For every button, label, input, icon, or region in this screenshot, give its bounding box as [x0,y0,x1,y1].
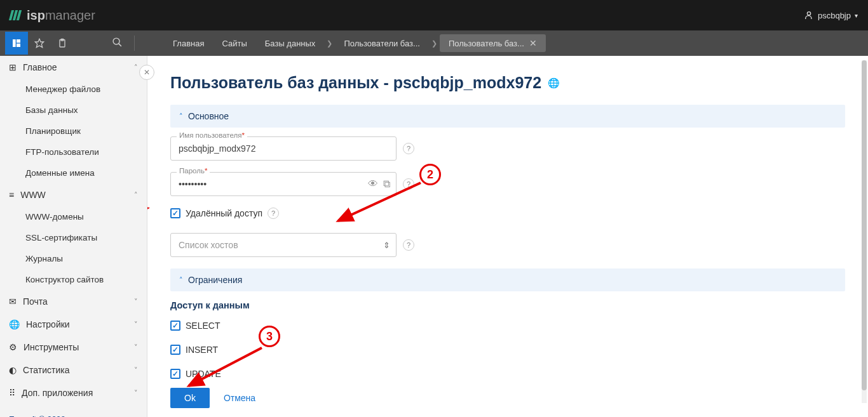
perm-insert-checkbox[interactable]: ✓ [170,345,180,355]
gear-icon: ⚙ [9,342,17,352]
sidebar-item-databases[interactable]: Базы данных [0,100,147,121]
sidebar-group-label: Почта [23,296,48,307]
perm-label: SELECT [186,321,220,331]
breadcrumb-current-label: Пользователь баз... [449,39,524,48]
updown-icon[interactable]: ⇕ [383,241,390,250]
hosts-input[interactable] [170,233,397,257]
clipboard-icon[interactable] [51,32,74,55]
sidebar-item-domains[interactable]: Доменные имена [0,162,147,183]
sidebar-group-apps[interactable]: ⠿Доп. приложения ˅ [0,381,147,404]
chevron-down-icon: ˅ [134,343,138,352]
sidebar-group-label: Настройки [26,319,70,329]
section-title: Ограничения [188,275,242,285]
help-icon[interactable]: ? [403,239,414,251]
chevron-down-icon: ▾ [855,12,858,19]
help-icon[interactable]: ? [268,208,279,219]
logo: ispmanager [10,8,95,23]
close-icon[interactable]: ✕ [529,38,537,48]
breadcrumb-home[interactable]: Главная [164,35,213,52]
data-access-heading: Доступ к данным [170,300,845,310]
sidebar-item-sitebuilder[interactable]: Конструктор сайтов [0,269,147,290]
sliders-icon: ≡ [9,190,14,200]
section-header-limits[interactable]: ˄ Ограничения [170,268,845,291]
sidebar-group-main[interactable]: ⊞Главное ˄ [0,56,147,79]
sidebar-group-label: WWW [20,190,46,200]
mail-icon: ✉ [9,296,17,307]
annotation-marker-2: 2 [419,164,441,185]
chevron-up-icon: ˄ [179,276,183,284]
svg-line-10 [338,183,421,221]
logo-isp: isp [27,8,45,22]
annotation-marker-3: 3 [259,326,280,347]
sidebar-group-label: Главное [23,62,57,72]
user-icon [804,10,814,20]
pie-icon: ◐ [9,365,17,375]
sidebar-group-www[interactable]: ≡WWW ˄ [0,183,147,206]
chevron-down-icon: ˅ [134,298,138,306]
perm-select-checkbox[interactable]: ✓ [170,321,180,331]
panel-icon[interactable] [5,32,28,55]
chevron-down-icon: ˅ [134,366,138,374]
section-title: Основное [188,111,229,121]
sidebar-group-label: Доп. приложения [22,388,93,398]
svg-rect-3 [17,44,20,47]
remote-access-label: Удалённый доступ [186,208,262,218]
globe-icon: 🌐 [9,319,20,329]
breadcrumbs: Главная Сайты Базы данных ❯ Пользователи… [164,34,546,52]
search-icon[interactable] [112,37,123,50]
sidebar-group-settings[interactable]: 🌐Настройки ˅ [0,313,147,336]
perm-update-checkbox[interactable]: ✓ [170,369,180,379]
apps-icon: ⠿ [9,388,15,398]
globe-network-icon: 🌐 [548,77,560,89]
chevron-up-icon: ˄ [134,191,138,199]
dashboard-icon: ⊞ [9,62,17,72]
sidebar-group-stats[interactable]: ◐Статистика ˅ [0,359,147,381]
chevron-down-icon: ˅ [134,389,138,397]
annotation-arrow-3 [182,345,271,398]
svg-rect-1 [13,39,16,47]
sidebar-item-wwwdomains[interactable]: WWW-домены [0,206,147,227]
content-area: Пользователь баз данных - pscbqbjp_modx9… [147,56,868,417]
breadcrumb-dbusers[interactable]: Пользователи баз... [335,35,429,52]
svg-line-11 [189,348,262,386]
sidebar-group-label: Инструменты [24,342,79,352]
annotation-arrow-2 [332,183,427,236]
sidebar-item-logs[interactable]: Журналы [0,248,147,269]
chevron-down-icon: ˅ [134,321,138,329]
chevron-up-icon: ˄ [134,63,138,72]
svg-point-0 [807,12,810,15]
scrollbar[interactable] [862,60,867,403]
annotation-arrow-1 [147,202,156,223]
breadcrumb-databases[interactable]: Базы данных [256,35,325,52]
star-icon[interactable] [28,32,51,55]
user-menu[interactable]: pscbqbjp ▾ [804,10,858,20]
breadcrumb-current[interactable]: Пользователь баз... ✕ [440,34,546,52]
sidebar-item-ssl[interactable]: SSL-сертификаты [0,227,147,248]
chevron-right-icon: ❯ [431,39,437,48]
section-header-main[interactable]: ˄ Основное [170,105,845,128]
sidebar-item-ftp[interactable]: FTP-пользователи [0,142,147,162]
remote-access-checkbox[interactable]: ✓ [170,208,180,218]
username-label: Имя пользователя* [177,131,247,139]
footer-link[interactable]: Exosoft © 2022 [9,414,65,417]
svg-line-8 [119,43,121,46]
breadcrumb-sites[interactable]: Сайты [213,35,255,52]
separator [134,36,135,51]
sidebar-item-files[interactable]: Менеджер файлов [0,79,147,100]
sidebar-group-mail[interactable]: ✉Почта ˅ [0,290,147,313]
password-label: Пароль* [177,167,210,175]
username-input[interactable] [170,136,397,161]
svg-marker-4 [35,39,43,47]
sidebar: ✕ ⊞Главное ˄ Менеджер файлов Базы данных… [0,56,147,417]
help-icon[interactable]: ? [403,143,414,154]
user-name: pscbqbjp [818,11,851,20]
chevron-right-icon: ❯ [327,39,332,48]
chevron-up-icon: ˄ [179,112,183,121]
svg-rect-2 [17,39,20,43]
svg-point-7 [113,38,119,44]
sidebar-item-scheduler[interactable]: Планировщик [0,121,147,142]
sidebar-group-label: Статистика [23,365,70,375]
sidebar-group-tools[interactable]: ⚙Инструменты ˅ [0,336,147,359]
logo-manager: manager [45,8,95,22]
page-title: Пользователь баз данных - pscbqbjp_modx9… [170,74,845,92]
